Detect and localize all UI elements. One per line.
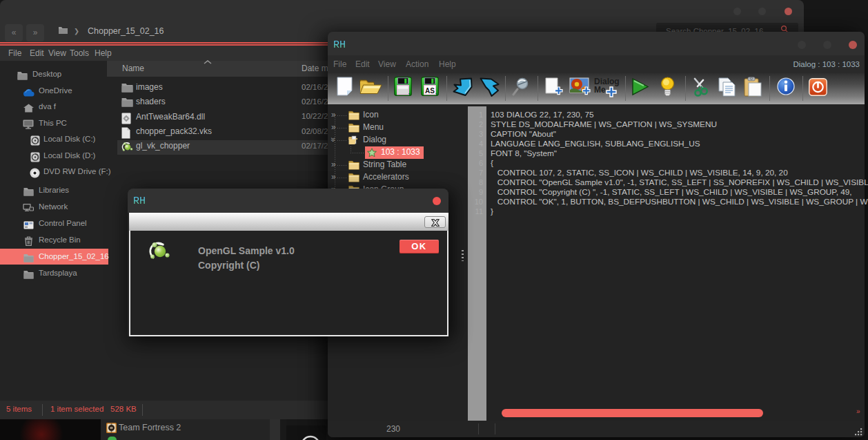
svg-text:AS: AS	[425, 87, 435, 95]
